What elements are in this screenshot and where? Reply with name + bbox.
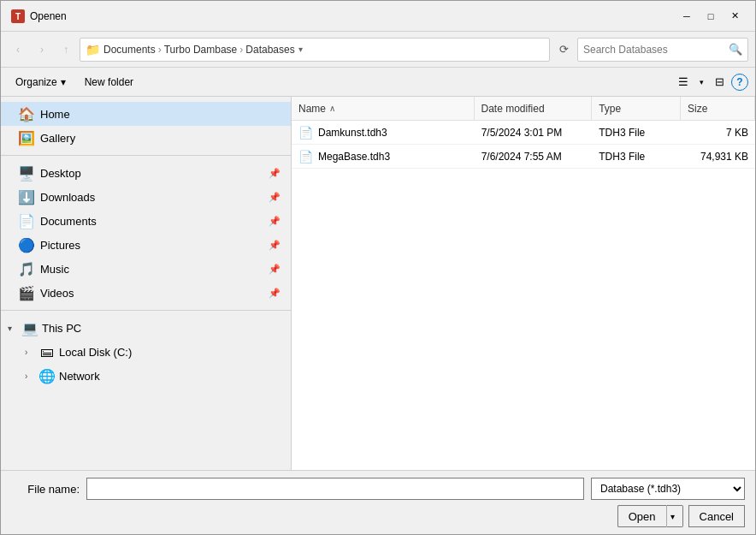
titlebar-icon: T <box>11 9 25 23</box>
file-icon: 📄 <box>298 126 313 140</box>
breadcrumb-part-2[interactable]: Turbo Dambase <box>164 44 238 56</box>
home-label: Home <box>40 108 70 121</box>
new-folder-label: New folder <box>85 76 133 88</box>
col-date-label: Date modified <box>481 103 545 115</box>
this-pc-group[interactable]: ▾ 💻 This PC <box>1 316 291 340</box>
desktop-pin: 📌 <box>269 168 281 179</box>
local-disk-icon: 🖴 <box>38 343 56 360</box>
open-button[interactable]: Open <box>617 505 666 527</box>
search-icon: 🔍 <box>729 43 742 56</box>
sidebar-item-videos[interactable]: 🎬 Videos 📌 <box>1 281 291 305</box>
file-size-cell: 7 KB <box>681 123 755 142</box>
breadcrumb: Documents › Turbo Dambase › Databases <box>103 44 295 56</box>
close-button[interactable]: ✕ <box>724 8 745 25</box>
col-header-name[interactable]: Name ∧ <box>292 97 475 120</box>
network-group[interactable]: › 🌐 Network <box>1 364 291 388</box>
action-row: Open ▾ Cancel <box>11 505 745 527</box>
sidebar-item-gallery[interactable]: 🖼️ Gallery <box>1 126 291 150</box>
gallery-icon: 🖼️ <box>18 129 35 146</box>
back-button[interactable]: ‹ <box>8 39 28 60</box>
maximize-button[interactable]: □ <box>700 8 721 25</box>
pictures-pin: 📌 <box>269 240 281 251</box>
filename-row: File name: Database (*.tdh3) <box>11 478 745 500</box>
sidebar-item-desktop[interactable]: 🖥️ Desktop 📌 <box>1 161 291 185</box>
titlebar-controls: ─ □ ✕ <box>676 8 745 25</box>
minimize-button[interactable]: ─ <box>676 8 697 25</box>
file-name-cell: 📄 Damkunst.tdh3 <box>292 122 475 143</box>
col-type-label: Type <box>599 103 621 115</box>
view-controls: ☰ ▾ ⊟ ? <box>673 72 748 92</box>
music-pin: 📌 <box>269 264 281 275</box>
col-header-date[interactable]: Date modified <box>475 97 593 120</box>
documents-pin: 📌 <box>269 216 281 227</box>
network-expand-icon: › <box>25 372 35 381</box>
sidebar-item-pictures[interactable]: 🔵 Pictures 📌 <box>1 233 291 257</box>
organize-arrow: ▾ <box>61 76 66 88</box>
view-options-dropdown[interactable]: ▾ <box>695 72 707 92</box>
downloads-pin: 📌 <box>269 192 281 203</box>
col-header-type[interactable]: Type <box>592 97 681 120</box>
search-box: 🔍 <box>577 38 748 62</box>
up-button[interactable]: ↑ <box>56 39 76 60</box>
breadcrumb-bar[interactable]: 📁 Documents › Turbo Dambase › Databases … <box>80 38 550 62</box>
breadcrumb-sep-2: › <box>239 44 243 56</box>
documents-icon: 📄 <box>18 212 35 229</box>
desktop-label: Desktop <box>40 167 81 180</box>
main-content: 🏠 Home 🖼️ Gallery 🖥️ Desktop 📌 ⬇️ Downlo… <box>1 97 755 470</box>
svg-text:T: T <box>15 12 21 21</box>
home-icon: 🏠 <box>18 105 35 122</box>
music-label: Music <box>40 263 69 276</box>
sort-arrow-name: ∧ <box>329 104 335 113</box>
view-list-button[interactable]: ☰ <box>673 72 694 92</box>
open-dialog: T Openen ─ □ ✕ ‹ › ↑ 📁 Documents › Turbo… <box>0 0 756 535</box>
forward-button[interactable]: › <box>32 39 52 60</box>
file-size-cell: 74,931 KB <box>681 147 755 166</box>
bottom-bar: File name: Database (*.tdh3) Open ▾ Canc… <box>1 470 755 534</box>
folder-icon: 📁 <box>86 43 100 56</box>
file-date-cell: 7/5/2024 3:01 PM <box>475 123 593 142</box>
col-size-label: Size <box>688 103 707 115</box>
file-name: MegaBase.tdh3 <box>318 151 390 163</box>
pictures-icon: 🔵 <box>18 236 35 253</box>
local-disk-label: Local Disk (C:) <box>59 346 132 359</box>
sidebar-item-downloads[interactable]: ⬇️ Downloads 📌 <box>1 185 291 209</box>
open-dropdown-button[interactable]: ▾ <box>666 505 683 527</box>
filename-input[interactable] <box>86 478 584 500</box>
music-icon: 🎵 <box>18 260 35 277</box>
local-disk-expand-icon: › <box>25 348 35 357</box>
file-name: Damkunst.tdh3 <box>318 127 387 139</box>
view-details-button[interactable]: ⊟ <box>709 72 729 92</box>
local-disk-group[interactable]: › 🖴 Local Disk (C:) <box>1 340 291 364</box>
filetype-select[interactable]: Database (*.tdh3) <box>591 478 745 500</box>
breadcrumb-chevron: ▾ <box>298 45 303 54</box>
table-row[interactable]: 📄 MegaBase.tdh3 7/6/2024 7:55 AM TDH3 Fi… <box>292 145 755 169</box>
documents-label: Documents <box>40 215 97 228</box>
file-type-cell: TDH3 File <box>592 123 681 142</box>
pictures-label: Pictures <box>40 239 80 252</box>
sidebar-item-documents[interactable]: 📄 Documents 📌 <box>1 209 291 233</box>
titlebar: T Openen ─ □ ✕ <box>1 1 755 32</box>
breadcrumb-part-1[interactable]: Documents <box>103 44 156 56</box>
desktop-icon: 🖥️ <box>18 164 35 181</box>
table-row[interactable]: 📄 Damkunst.tdh3 7/5/2024 3:01 PM TDH3 Fi… <box>292 121 755 145</box>
videos-icon: 🎬 <box>18 284 35 301</box>
downloads-label: Downloads <box>40 191 95 204</box>
help-button[interactable]: ? <box>731 74 748 91</box>
col-header-size[interactable]: Size <box>681 97 755 120</box>
this-pc-expand-icon: ▾ <box>8 324 18 333</box>
network-label: Network <box>59 370 100 383</box>
this-pc-label: This PC <box>42 322 81 335</box>
search-input[interactable] <box>583 44 729 56</box>
cancel-button[interactable]: Cancel <box>688 505 745 527</box>
toolbar: Organize ▾ New folder ☰ ▾ ⊟ ? <box>1 68 755 97</box>
sidebar-item-music[interactable]: 🎵 Music 📌 <box>1 257 291 281</box>
breadcrumb-part-3[interactable]: Databases <box>245 44 294 56</box>
organize-button[interactable]: Organize ▾ <box>8 72 74 92</box>
gallery-label: Gallery <box>40 132 75 145</box>
open-button-group: Open ▾ <box>617 505 683 527</box>
new-folder-button[interactable]: New folder <box>77 72 141 92</box>
sidebar-item-home[interactable]: 🏠 Home <box>1 102 291 126</box>
refresh-button[interactable]: ⟳ <box>553 39 574 60</box>
videos-pin: 📌 <box>269 288 281 299</box>
file-name-cell: 📄 MegaBase.tdh3 <box>292 146 475 167</box>
